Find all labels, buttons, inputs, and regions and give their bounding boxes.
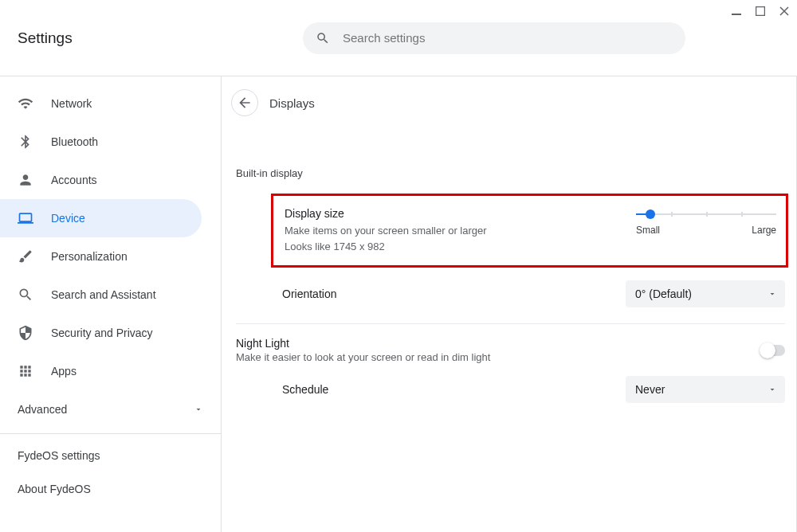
sidebar-item-network[interactable]: Network [0,84,202,123]
sidebar-item-label: Personalization [51,250,128,263]
sidebar-item-label: Search and Assistant [51,288,156,301]
header: Settings [0,0,797,76]
laptop-icon [18,210,33,226]
schedule-select[interactable]: Never [626,376,785,403]
apps-icon [18,363,33,379]
search-icon [316,31,330,45]
display-size-resolution: Looks like 1745 x 982 [285,239,487,255]
display-size-title: Display size [285,207,487,220]
slider-large-label: Large [752,225,776,236]
page-title: Displays [269,96,315,110]
sidebar-item-label: Accounts [51,174,97,186]
search-field[interactable] [303,22,685,54]
app-title: Settings [18,29,73,47]
night-light-label: Night Light [236,337,490,350]
divider [0,433,221,434]
sidebar-fydeos-settings[interactable]: FydeOS settings [0,439,221,472]
brush-icon [18,248,33,264]
orientation-label: Orientation [282,288,336,300]
sidebar-item-label: Network [51,97,92,110]
wifi-icon [18,96,33,111]
bluetooth-icon [18,134,33,150]
section-label: Built-in display [236,167,796,179]
slider-small-label: Small [636,225,660,236]
sidebar-item-personalization[interactable]: Personalization [0,237,202,276]
search-icon [18,287,33,303]
search-input[interactable] [343,31,673,45]
sidebar-item-label: Apps [51,365,77,377]
person-icon [18,172,33,188]
sidebar-item-label: Bluetooth [51,135,98,148]
night-light-toggle[interactable] [761,345,785,356]
schedule-label: Schedule [282,383,328,396]
chevron-down-icon [194,405,203,414]
sidebar-advanced[interactable]: Advanced [0,390,221,428]
display-size-desc: Make items on your screen smaller or lar… [285,223,487,239]
sidebar-item-search-assistant[interactable]: Search and Assistant [0,276,202,314]
sidebar-item-security[interactable]: Security and Privacy [0,314,202,352]
display-size-slider[interactable] [636,209,776,220]
chevron-down-icon [768,385,777,394]
back-button[interactable] [231,89,258,116]
slider-thumb[interactable] [646,209,655,219]
display-size-panel: Display size Make items on your screen s… [271,194,788,268]
sidebar-item-accounts[interactable]: Accounts [0,161,202,199]
shield-icon [18,325,33,341]
sidebar: Network Bluetooth Accounts Device Person… [0,76,222,532]
main-content: Displays Built-in display Display size M… [222,76,797,532]
sidebar-item-bluetooth[interactable]: Bluetooth [0,123,202,161]
sidebar-item-device[interactable]: Device [0,199,202,237]
sidebar-item-apps[interactable]: Apps [0,352,202,390]
sidebar-about-fydeos[interactable]: About FydeOS [0,472,221,506]
sidebar-item-label: Security and Privacy [51,327,153,339]
chevron-down-icon [768,289,777,299]
orientation-select[interactable]: 0° (Default) [626,280,785,307]
sidebar-item-label: Device [51,212,85,225]
night-light-desc: Make it easier to look at your screen or… [236,351,490,363]
